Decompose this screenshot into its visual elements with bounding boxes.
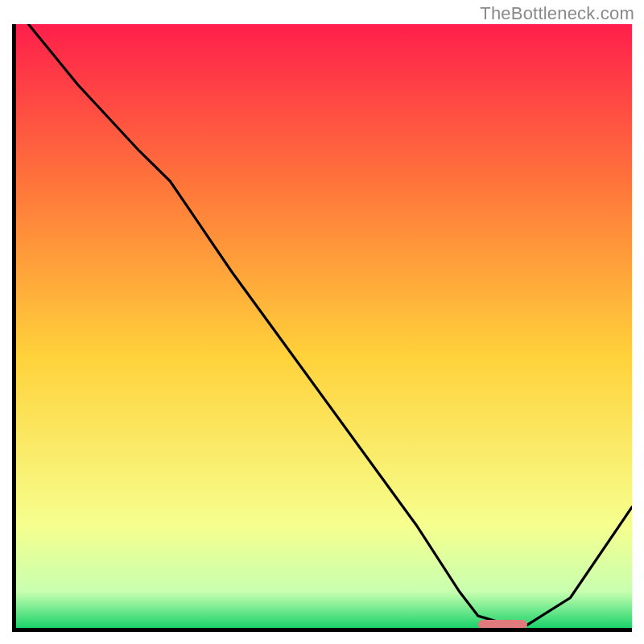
bottleneck-curve xyxy=(28,24,632,625)
watermark-text: TheBottleneck.com xyxy=(480,3,634,24)
x-axis xyxy=(12,628,632,632)
y-axis xyxy=(12,24,16,632)
curve-layer xyxy=(12,24,632,632)
chart-frame xyxy=(12,24,632,632)
